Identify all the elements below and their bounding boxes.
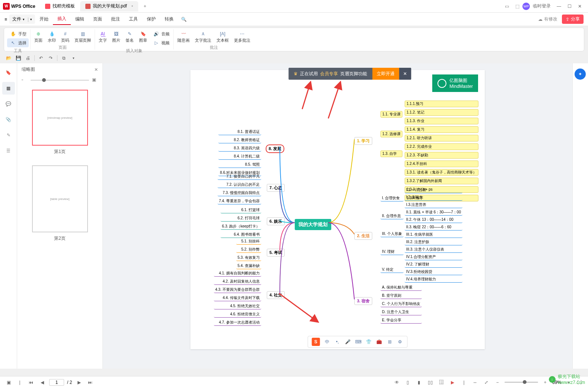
attachment-icon[interactable]: 📎 [2,113,15,126]
banner-close-icon[interactable]: ✕ [399,68,411,80]
thumbnail-page-1[interactable]: [mindmap preview] 第1页 [32,90,88,155]
menu-annotate[interactable]: 批注 [107,14,124,25]
select-tool[interactable]: ↖选择 [7,38,29,47]
ime-settings-icon[interactable]: ⚙ [397,338,404,345]
pdf-tab-icon [85,4,91,9]
branch-dev: 8. 发展 [266,144,284,153]
zoom-out-thumb-icon[interactable]: ▫ [22,77,28,83]
zoom-out-icon[interactable]: − [493,378,502,387]
ime-toolbar[interactable]: S 中 •, 🎤 ⌨ 👕 🧰 ⊞ ⚙ [308,336,408,348]
brand-en: MindMaster [449,84,473,89]
zoom-in-icon[interactable]: ＋ [541,378,549,387]
next-page-icon[interactable]: ▶ [75,378,83,387]
zoom-slider[interactable] [505,382,538,383]
search-icon[interactable]: 🔍 [181,17,187,22]
pagenum-button[interactable]: #页码 [59,29,72,44]
first-page-icon[interactable]: ⏮ [27,378,35,387]
video-button[interactable]: ▷视频 [150,38,172,47]
maximize-button[interactable]: ☐ [564,1,575,12]
comment-icon[interactable]: 💬 [2,98,15,110]
ime-skin-icon[interactable]: 👕 [366,338,372,345]
menu-convert[interactable]: 转换 [160,14,178,25]
user-avatar[interactable]: WP [522,3,530,10]
play-icon[interactable]: ▶ [449,378,457,387]
close-button[interactable]: ✕ [575,1,585,12]
continuous-icon[interactable]: ▮ [415,378,423,387]
mindmap-leaf: 1.1.2. 笔记 [405,109,478,116]
textbox-button[interactable]: [A]文本框 [214,29,231,44]
stamp-icon: 🔖 [139,30,147,38]
banner-upgrade-button[interactable]: 立即开通 [372,68,399,80]
file-menu[interactable]: 文件 ▾ | ▾ [9,15,35,24]
ime-toolbox-icon[interactable]: 🧰 [376,338,383,345]
headerfooter-button[interactable]: ▥页眉页脚 [72,29,93,44]
sign-button[interactable]: ✎签名 [123,29,136,47]
minimize-button[interactable]: — [554,1,564,12]
redo-icon[interactable]: ↷ [47,55,54,61]
page-input[interactable] [49,379,64,386]
more-annotate-button[interactable]: ⋯更多批注 [232,29,253,44]
undo-icon[interactable]: ↶ [38,55,44,61]
insert-page-button[interactable]: ⊕页面 [32,29,45,44]
close-pane-icon[interactable]: ✕ [94,67,98,72]
copy-icon[interactable]: ⧉ [60,55,67,61]
menu-begin[interactable]: 开始 [35,14,53,25]
mindmap-leaf: 4.3. 不要因为要合群而合群 [214,287,261,293]
ime-keyboard-icon[interactable]: ⌨ [355,338,362,345]
mindmap-leaf: IV.3.拒绝校园贷 [405,269,462,275]
hand-tool[interactable]: ✋手型 [7,29,29,38]
bookmark-icon[interactable]: 🔖 [2,66,15,79]
text-button[interactable]: A̲I̲文字 [97,29,109,47]
tab-templates[interactable]: 找稻壳模板 [40,1,80,12]
svg-line-0 [302,85,310,109]
share-button[interactable]: ⇪ 分享 [562,15,584,24]
new-tab-button[interactable]: ＋ [140,2,149,11]
ime-lang-icon[interactable]: 中 [324,338,331,345]
eye-icon[interactable]: 👁 [393,378,401,387]
edit-icon[interactable]: ✎ [2,129,15,141]
freehand-button[interactable]: 〰随意画 [175,29,192,44]
prev-page-icon[interactable]: ◀ [38,378,46,387]
thumbnails-icon[interactable]: ▦ [2,82,15,95]
last-page-icon[interactable]: ⏭ [86,378,94,387]
print-icon[interactable]: 🖨 [25,55,31,61]
menu-edit[interactable]: 编辑 [71,14,89,25]
stamp-button[interactable]: 🔖图章 [137,29,149,47]
menu-page[interactable]: 页面 [89,14,107,25]
mindmaster-logo-icon [437,79,446,88]
menu-tools[interactable]: 工具 [124,14,142,25]
two-page-icon[interactable]: ▯▯ [426,378,434,387]
zoom-in-thumb-icon[interactable]: ▣ [92,77,98,83]
cont-two-icon[interactable]: ⿲ [437,378,446,387]
menu-icon[interactable]: ≡ [4,17,7,22]
ime-punct-icon[interactable]: •, [334,338,341,345]
image-button[interactable]: 🖼图片 [110,29,123,47]
tab-document[interactable]: 我的大学规划.pdf • [80,1,138,12]
ribbon-group-annotate: 批注 [210,45,218,50]
chevron-down-icon: ▾ [23,18,25,21]
sogou-icon[interactable]: S [312,338,320,346]
fit-page-icon[interactable]: ⤢ [482,378,490,387]
menu-protect[interactable]: 保护 [142,14,160,25]
save-icon[interactable]: 💾 [15,55,22,61]
ime-grid-icon[interactable]: ⊞ [386,338,393,345]
login-status[interactable]: 临时登录 [530,1,554,12]
chevron-down-icon[interactable]: ▾ [70,55,77,61]
audio-button[interactable]: 🔊音频 [150,29,172,38]
watermark-button[interactable]: 💧水印 [45,29,58,44]
layers-icon[interactable]: ☰ [2,144,15,157]
sidebar-toggle-icon[interactable]: ▣ [4,378,13,387]
cube-icon[interactable]: ⬚ [512,1,522,12]
assistant-fab-icon[interactable]: ✦ [575,69,586,80]
single-page-icon[interactable]: ▯ [404,378,412,387]
thumbnail-page-2[interactable]: [table preview] 第2页 [32,165,88,242]
open-icon[interactable]: 📂 [5,55,12,61]
reader-mode-icon[interactable]: ▭ [502,1,512,12]
ime-mic-icon[interactable]: 🎤 [345,338,351,345]
pending-changes[interactable]: ☁ 有修改 [538,16,557,22]
thumb-zoom-slider[interactable]: ▫ ▣ [17,76,102,85]
mindmap-leaf: 1.1. 专业课 [380,111,402,118]
textnote-button[interactable]: Ａ文字批注 [193,29,214,44]
fit-width-icon[interactable]: ↔ [471,378,479,387]
menu-insert[interactable]: 插入 [53,13,71,25]
